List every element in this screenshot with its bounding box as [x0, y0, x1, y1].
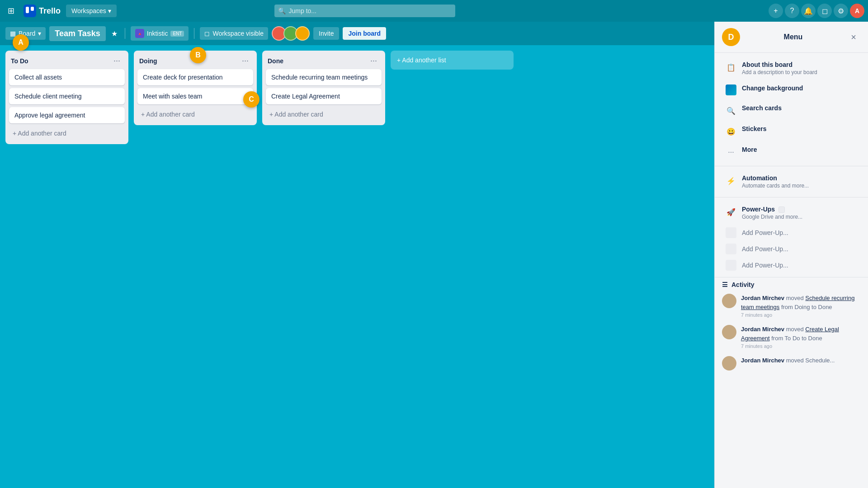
divider-2	[194, 28, 194, 39]
menu-item-change-bg[interactable]: Change background	[718, 80, 864, 100]
trello-logo[interactable]: Trello	[20, 3, 64, 19]
more-title: More	[742, 146, 857, 153]
menu-item-powerups[interactable]: 🚀 Power-Ups Google Drive and more...	[718, 201, 864, 225]
list-doing-cards: Create deck for presentation ✎ Meet with…	[134, 69, 257, 104]
activity-text-1: Jordan Mirchev moved Schedule recurring …	[741, 294, 861, 311]
menu-item-search-cards[interactable]: 🔍 Search cards	[718, 100, 864, 121]
add-card-button-todo[interactable]: + Add another card	[7, 126, 128, 141]
search-icon: 🔍	[278, 7, 286, 14]
list-todo-header: To Do ···	[5, 51, 128, 69]
search-cards-icon: 🔍	[726, 105, 736, 116]
board-content: To Do ··· Collect all assets ✎ Schedule …	[0, 45, 714, 488]
add-list-button[interactable]: + Add another list	[391, 51, 514, 70]
menu-main-section: 📋 About this board Add a description to …	[715, 53, 868, 166]
add-card-button-done[interactable]: + Add another card	[264, 107, 385, 122]
powerups-copy-icon	[778, 206, 785, 213]
chevron-down-icon: ▾	[38, 30, 41, 37]
star-button[interactable]: ★	[109, 28, 119, 40]
powerups-title: Power-Ups	[742, 206, 857, 213]
list-todo-cards: Collect all assets ✎ Schedule client mee…	[5, 69, 128, 123]
workspace-badge: ENT	[170, 31, 184, 37]
powerup-placeholder-icon-3	[726, 260, 736, 271]
menu-automation-section: ⚡ Automation Automate cards and more...	[715, 166, 868, 197]
menu-title: Menu	[740, 33, 846, 41]
activity-item-3: Jordan Mirchev moved Schedule...	[722, 356, 861, 371]
card-create-deck[interactable]: Create deck for presentation ✎	[137, 69, 253, 85]
list-todo-title: To Do	[11, 57, 28, 65]
trello-logo-icon	[24, 5, 36, 17]
card-schedule-client-meeting[interactable]: Schedule client meeting ✎	[9, 88, 125, 104]
create-button[interactable]: +	[769, 4, 783, 18]
activity-title: ☰ Activity	[722, 281, 861, 288]
list-doing-title: Doing	[139, 57, 157, 65]
invite-button[interactable]: Invite	[313, 27, 339, 40]
annotation-a: A	[13, 34, 29, 51]
join-board-button[interactable]: Join board	[343, 27, 386, 40]
automation-title: Automation	[742, 174, 857, 182]
menu-panel: D Menu × 📋 About this board Add a descri…	[714, 22, 868, 488]
powerups-icon: 🚀	[726, 206, 736, 217]
menu-header: D Menu ×	[715, 22, 868, 53]
search-input[interactable]	[274, 5, 455, 17]
top-navigation: ⊞ Trello Workspaces ▾ 🔍 + ? 🔔 ◻ ⚙ A	[0, 0, 868, 22]
list-done: Done ··· Schedule recurring team meeting…	[262, 51, 385, 125]
visibility-button[interactable]: ◻ Workspace visible	[200, 27, 268, 40]
activity-avatar-3	[722, 356, 736, 371]
add-powerup-label-1: Add Power-Up...	[742, 229, 788, 236]
card-approve-legal-agreement[interactable]: Approve legal agreement ✎	[9, 107, 125, 123]
workspace-tag-button[interactable]: 🔺 Inktistic ENT	[131, 26, 189, 41]
add-powerup-label-2: Add Power-Up...	[742, 245, 788, 253]
atlassian-button[interactable]: ◻	[817, 4, 832, 18]
notifications-button[interactable]: 🔔	[801, 4, 816, 18]
annotation-c: C	[243, 91, 259, 108]
powerups-subtitle: Google Drive and more...	[742, 214, 857, 220]
activity-avatar-1	[722, 294, 736, 308]
workspaces-button[interactable]: Workspaces ▾	[66, 5, 117, 17]
card-meet-sales-team[interactable]: Meet with sales team ✎	[137, 88, 253, 104]
activity-time-2: 7 minutes ago	[741, 343, 861, 349]
trello-logo-text: Trello	[39, 6, 61, 16]
menu-item-automation[interactable]: ⚡ Automation Automate cards and more...	[718, 170, 864, 193]
card-schedule-recurring[interactable]: Schedule recurring team meetings ✎	[266, 69, 382, 85]
automation-subtitle: Automate cards and more...	[742, 183, 857, 189]
info-button[interactable]: ?	[785, 4, 799, 18]
add-powerup-1[interactable]: Add Power-Up...	[718, 225, 864, 241]
add-powerup-2[interactable]: Add Power-Up...	[718, 241, 864, 257]
list-todo-menu-button[interactable]: ···	[111, 55, 123, 66]
card-create-legal-agreement[interactable]: Create Legal Agreement ✎	[266, 88, 382, 104]
card-collect-all-assets[interactable]: Collect all assets ✎	[9, 69, 125, 85]
board-title-button[interactable]: Team Tasks	[49, 26, 105, 41]
member-avatar-3[interactable]	[295, 26, 310, 41]
menu-item-about[interactable]: 📋 About this board Add a description to …	[718, 56, 864, 80]
add-powerup-label-3: Add Power-Up...	[742, 262, 788, 269]
menu-user-avatar[interactable]: D	[722, 28, 740, 46]
user-avatar[interactable]: A	[850, 4, 864, 18]
activity-time-1: 7 minutes ago	[741, 312, 861, 318]
workspace-icon: 🔺	[135, 29, 144, 38]
activity-text-3: Jordan Mirchev moved Schedule...	[741, 356, 835, 365]
powerup-placeholder-icon-2	[726, 244, 736, 254]
list-doing-menu-button[interactable]: ···	[239, 55, 251, 66]
grid-menu-icon[interactable]: ⊞	[4, 4, 18, 18]
activity-icon: ☰	[722, 281, 728, 288]
divider	[125, 28, 125, 39]
activity-item-2: Jordan Mirchev moved Create Legal Agreem…	[722, 325, 861, 349]
list-done-title: Done	[268, 57, 283, 65]
menu-item-more[interactable]: ··· More	[718, 141, 864, 162]
add-card-button-doing[interactable]: + Add another card	[136, 107, 257, 122]
search-cards-title: Search cards	[742, 104, 857, 112]
automation-icon: ⚡	[726, 175, 736, 186]
add-powerup-3[interactable]: Add Power-Up...	[718, 257, 864, 273]
settings-button[interactable]: ⚙	[834, 4, 848, 18]
change-background-icon	[726, 84, 736, 95]
chevron-down-icon: ▾	[108, 7, 111, 14]
activity-item-1: Jordan Mirchev moved Schedule recurring …	[722, 294, 861, 318]
list-done-menu-button[interactable]: ···	[368, 55, 380, 66]
menu-close-button[interactable]: ×	[846, 30, 861, 44]
list-done-cards: Schedule recurring team meetings ✎ Creat…	[262, 69, 385, 104]
change-bg-title: Change background	[742, 84, 857, 92]
menu-item-stickers[interactable]: 😀 Stickers	[718, 121, 864, 141]
about-board-subtitle: Add a description to your board	[742, 69, 857, 75]
annotation-b: B	[190, 47, 206, 63]
stickers-icon: 😀	[726, 126, 736, 137]
